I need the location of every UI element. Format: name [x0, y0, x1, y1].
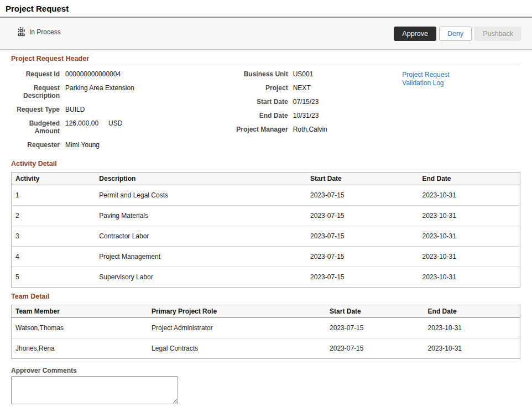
field-request-type: Request Type BUILD — [11, 106, 230, 113]
cell-end-date: 2023-10-31 — [418, 247, 520, 267]
column-header-description: Description — [95, 173, 306, 185]
cell-end-date: 2023-10-31 — [418, 226, 520, 247]
approve-button[interactable]: Approve — [394, 27, 436, 41]
amount-value: 126,000.00 — [65, 119, 98, 127]
cell-description: Supervisory Labor — [95, 267, 306, 288]
header-fields-right-column: Business Unit US001 Project NEXT Start D… — [230, 70, 403, 155]
column-header-end-date: End Date — [418, 173, 520, 185]
process-gear-icon — [17, 27, 26, 36]
field-label: Start Date — [230, 98, 288, 106]
cell-start-date: 2023-07-15 — [326, 338, 424, 359]
cell-start-date: 2023-07-15 — [306, 267, 418, 288]
cell-description: Paving Materials — [95, 206, 306, 226]
field-label: Requester — [11, 141, 60, 149]
cell-end-date: 2023-10-31 — [424, 318, 520, 338]
field-project: Project NEXT — [230, 84, 403, 92]
cell-activity: 4 — [12, 247, 96, 267]
validation-log-link[interactable]: Validation Log — [402, 79, 520, 87]
field-project-manager: Project Manager Roth,Calvin — [230, 126, 403, 133]
table-row: 5 Supervisory Labor 2023-07-15 2023-10-3… — [12, 267, 520, 288]
cell-end-date: 2023-10-31 — [424, 338, 520, 359]
column-header-primary-project-role: Primary Project Role — [148, 305, 326, 318]
deny-button[interactable]: Deny — [439, 27, 472, 41]
project-request-link[interactable]: Project Request — [402, 71, 520, 79]
table-row: Jhones,Rena Legal Contracts 2023-07-15 2… — [12, 338, 520, 359]
column-header-activity: Activity — [12, 173, 96, 185]
field-label: End Date — [230, 112, 288, 119]
status-indicator: In Process — [17, 27, 61, 36]
page-title-bar: Project Request — [0, 0, 532, 18]
table-row: Watson,Thomas Project Administrator 2023… — [12, 318, 520, 338]
table-row: 4 Project Management 2023-07-15 2023-10-… — [12, 247, 520, 267]
cell-description: Permit and Legal Costs — [95, 185, 306, 206]
pushback-button[interactable]: Pushback — [474, 27, 521, 41]
column-header-start-date: Start Date — [326, 305, 424, 318]
cell-description: Contractor Labor — [95, 226, 306, 247]
cell-description: Project Management — [95, 247, 306, 267]
activity-detail-table: Activity Description Start Date End Date… — [11, 172, 520, 288]
field-start-date: Start Date 07/15/23 — [230, 98, 403, 106]
field-value: 07/15/23 — [293, 98, 319, 106]
table-row: 3 Contractor Labor 2023-07-15 2023-10-31 — [12, 226, 520, 247]
field-value: Mimi Young — [65, 141, 100, 149]
cell-activity: 3 — [12, 226, 96, 247]
cell-activity: 2 — [12, 206, 96, 226]
field-value: 000000000000004 — [65, 70, 121, 78]
section-title-activity-detail: Activity Detail — [11, 155, 520, 170]
section-title-team-detail: Team Detail — [11, 288, 520, 303]
field-label: Request Id — [11, 70, 60, 78]
cell-activity: 1 — [12, 185, 96, 206]
field-label: Request Type — [11, 106, 60, 113]
field-label: Project — [230, 84, 288, 92]
column-header-team-member: Team Member — [12, 305, 148, 318]
table-row: 1 Permit and Legal Costs 2023-07-15 2023… — [12, 185, 520, 206]
header-links: Project Request Validation Log — [402, 70, 520, 155]
field-value: NEXT — [293, 84, 311, 92]
field-value: Roth,Calvin — [293, 126, 327, 133]
cell-activity: 5 — [12, 267, 96, 288]
cell-start-date: 2023-07-15 — [306, 206, 418, 226]
cell-team-member: Jhones,Rena — [12, 338, 148, 359]
field-value: Parking Area Extension — [65, 84, 134, 100]
field-label: Business Unit — [230, 70, 288, 78]
field-business-unit: Business Unit US001 — [230, 70, 403, 78]
page-content: Project Request Header Request Id 000000… — [0, 50, 532, 412]
cell-start-date: 2023-07-15 — [306, 247, 418, 267]
field-value: US001 — [293, 70, 314, 78]
field-budgeted-amount: Budgeted Amount 126,000.00USD — [11, 119, 230, 135]
cell-primary-project-role: Legal Contracts — [148, 338, 326, 359]
team-detail-table: Team Member Primary Project Role Start D… — [11, 305, 520, 359]
cell-team-member: Watson,Thomas — [12, 318, 148, 338]
cell-start-date: 2023-07-15 — [306, 185, 418, 206]
field-request-id: Request Id 000000000000004 — [11, 70, 230, 78]
currency-code: USD — [108, 119, 122, 127]
field-request-description: Request Description Parking Area Extensi… — [11, 84, 230, 100]
status-badge: In Process — [29, 28, 61, 36]
section-title-project-request-header: Project Request Header — [11, 50, 520, 65]
table-header-row: Activity Description Start Date End Date — [12, 173, 520, 185]
header-fields-left-column: Request Id 000000000000004 Request Descr… — [11, 70, 230, 155]
action-buttons: Approve Deny Pushback — [394, 27, 521, 41]
field-value: 10/31/23 — [293, 112, 319, 119]
column-header-end-date: End Date — [424, 305, 520, 318]
field-label: Request Description — [11, 84, 60, 100]
table-row: 2 Paving Materials 2023-07-15 2023-10-31 — [12, 206, 520, 226]
status-bar: In Process Approve Deny Pushback — [0, 18, 532, 50]
field-end-date: End Date 10/31/23 — [230, 112, 403, 119]
table-header-row: Team Member Primary Project Role Start D… — [12, 305, 520, 318]
page-title: Project Request — [6, 4, 526, 13]
cell-start-date: 2023-07-15 — [306, 226, 418, 247]
approver-comments-input[interactable] — [11, 376, 178, 404]
cell-end-date: 2023-10-31 — [418, 206, 520, 226]
cell-end-date: 2023-10-31 — [418, 185, 520, 206]
field-requester: Requester Mimi Young — [11, 141, 230, 149]
cell-primary-project-role: Project Administrator — [148, 318, 326, 338]
project-request-header-fields: Request Id 000000000000004 Request Descr… — [11, 65, 520, 155]
cell-start-date: 2023-07-15 — [326, 318, 424, 338]
field-label: Project Manager — [230, 126, 288, 133]
field-value: 126,000.00USD — [65, 119, 122, 135]
field-value: BUILD — [65, 106, 85, 113]
cell-end-date: 2023-10-31 — [418, 267, 520, 288]
column-header-start-date: Start Date — [306, 173, 418, 185]
field-label: Budgeted Amount — [11, 119, 60, 135]
